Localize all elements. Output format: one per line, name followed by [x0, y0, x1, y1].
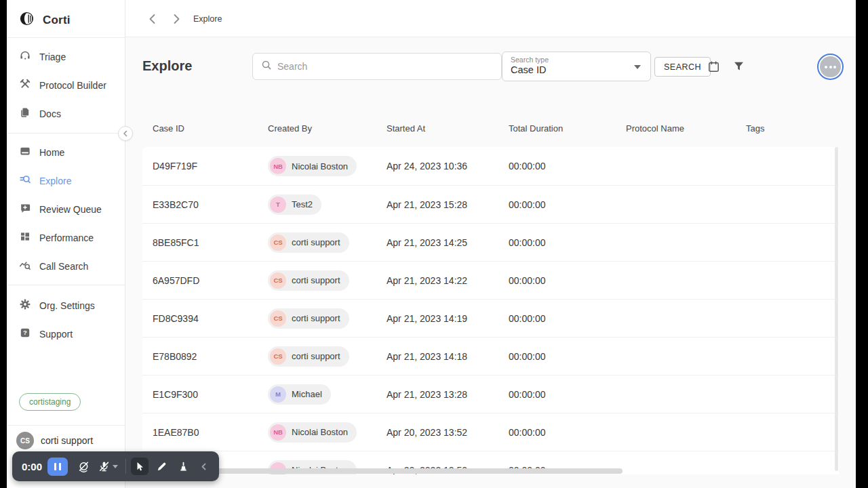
vertical-scrollbar[interactable]	[835, 147, 838, 471]
creator-name: corti support	[292, 351, 340, 361]
page-title: Explore	[142, 58, 192, 74]
created-by-cell: MMichael	[268, 384, 387, 405]
sidebar-item-label: Org. Settings	[39, 300, 95, 311]
avatar: M	[270, 386, 286, 403]
case-id-cell: 8BE85FC1	[153, 237, 268, 248]
support-icon: ?	[19, 327, 31, 342]
case-id-cell: 1EAE87B0	[153, 427, 268, 438]
created-by-cell: NBNicolai Boston	[268, 156, 387, 176]
sidebar-item-label: Explore	[39, 176, 71, 186]
calendar-icon[interactable]	[707, 60, 721, 74]
pen-tool-button[interactable]	[153, 458, 170, 475]
headset-icon	[19, 49, 31, 64]
table-row[interactable]: E1C9F300MMichaelApr 21, 2023 13:2800:00:…	[142, 375, 839, 413]
top-bar: Explore	[125, 0, 856, 37]
total-duration-cell: 00:00:00	[509, 161, 626, 171]
search-box[interactable]	[252, 53, 502, 80]
explore-icon	[19, 174, 31, 188]
sidebar: Corti TriageProtocol BuilderDocsHomeExpl…	[7, 0, 125, 488]
search-type-value: Case ID	[511, 64, 642, 75]
collapse-toolbar-icon[interactable]	[195, 458, 212, 475]
started-at-cell: Apr 20, 2023 13:52	[387, 427, 509, 438]
started-at-cell: Apr 21, 2023 15:28	[387, 199, 509, 210]
case-id-cell: E1C9F300	[153, 389, 268, 400]
camera-off-icon[interactable]	[75, 458, 92, 475]
creator-name: corti support	[292, 313, 340, 323]
search-type-select[interactable]: Search type Case ID	[502, 52, 651, 81]
search-input[interactable]	[277, 61, 493, 72]
sidebar-item-home[interactable]: Home	[19, 144, 64, 161]
table-row[interactable]: FD8C9394CScorti supportApr 21, 2023 14:1…	[142, 299, 839, 337]
case-id-cell: E33B2C70	[153, 199, 268, 210]
mic-options-caret[interactable]	[113, 465, 118, 468]
total-duration-cell: 00:00:00	[509, 389, 626, 400]
ellipsis-icon	[820, 56, 841, 77]
forward-arrow-icon[interactable]	[170, 12, 183, 26]
sidebar-item-label: Support	[39, 329, 73, 340]
table-row[interactable]: E78B0892CScorti supportApr 21, 2023 14:1…	[142, 337, 839, 375]
case-id-cell: 6A957DFD	[153, 275, 268, 286]
back-arrow-icon[interactable]	[146, 12, 159, 26]
sidebar-item-protocol-builder[interactable]: Protocol Builder	[19, 77, 106, 94]
sidebar-item-docs[interactable]: Docs	[19, 106, 61, 122]
created-by-cell: CScorti support	[268, 270, 387, 291]
creator-chip: CScorti support	[268, 232, 349, 253]
mic-off-icon[interactable]	[95, 458, 113, 475]
cursor-tool-button[interactable]	[131, 458, 149, 475]
sidebar-item-support[interactable]: ?Support	[19, 326, 73, 342]
sidebar-item-call-search[interactable]: Call Search	[19, 258, 88, 274]
sidebar-item-label: Review Queue	[39, 204, 102, 215]
table-body: D49F719FNBNicolai BostonApr 24, 2023 10:…	[142, 147, 839, 474]
home-icon	[19, 145, 31, 160]
total-duration-cell: 00:00:00	[509, 237, 626, 248]
pause-button[interactable]	[47, 458, 68, 476]
sidebar-collapse-button[interactable]	[118, 126, 133, 141]
review-icon	[19, 202, 31, 217]
avatar: T	[270, 197, 286, 213]
creator-name: corti support	[292, 237, 340, 247]
created-by-cell: CScorti support	[268, 232, 387, 253]
creator-chip: TTest2	[268, 195, 321, 215]
more-options-button[interactable]	[817, 54, 844, 80]
table-row[interactable]: 8BE85FC1CScorti supportApr 21, 2023 14:2…	[142, 223, 839, 261]
total-duration-cell: 00:00:00	[509, 427, 626, 438]
case-id-cell: E78B0892	[153, 351, 268, 362]
sidebar-item-explore[interactable]: Explore	[19, 173, 71, 189]
started-at-cell: Apr 21, 2023 14:25	[387, 237, 509, 248]
svg-text:?: ?	[23, 329, 27, 336]
created-by-cell: CScorti support	[268, 346, 387, 367]
table-row[interactable]: 6A957DFDCScorti supportApr 21, 2023 14:2…	[142, 261, 839, 299]
workspace-badge: cortistaging	[19, 393, 81, 411]
settings-icon	[19, 298, 31, 313]
creator-chip: MMichael	[268, 384, 331, 405]
eraser-tool-button[interactable]	[174, 458, 192, 475]
recorder-toolbar: 0:00	[12, 451, 219, 481]
breadcrumb: Explore	[193, 14, 222, 24]
sidebar-item-org-settings[interactable]: Org. Settings	[19, 298, 95, 314]
call-search-icon	[19, 259, 31, 274]
table-row[interactable]: E33B2C70TTest2Apr 21, 2023 15:2800:00:00	[142, 185, 839, 223]
creator-name: Nicolai Boston	[292, 161, 348, 171]
corti-logo-icon	[19, 10, 36, 30]
user-menu[interactable]: CS corti support	[16, 432, 93, 449]
avatar: CS	[16, 432, 34, 449]
case-id-cell: FD8C9394	[153, 313, 268, 324]
started-at-cell: Apr 24, 2023 10:36	[387, 161, 509, 171]
column-header: Case ID	[153, 123, 268, 134]
table-row[interactable]: D49F719FNBNicolai BostonApr 24, 2023 10:…	[142, 147, 839, 185]
filter-icon[interactable]	[733, 60, 747, 74]
sidebar-item-triage[interactable]: Triage	[19, 49, 66, 65]
creator-chip: CScorti support	[268, 270, 349, 291]
search-button[interactable]: SEARCH	[654, 57, 711, 77]
sidebar-item-label: Call Search	[39, 261, 88, 272]
recording-timer: 0:00	[22, 461, 42, 472]
total-duration-cell: 00:00:00	[509, 351, 626, 362]
sidebar-item-review-queue[interactable]: Review Queue	[19, 201, 102, 218]
docs-icon	[19, 106, 31, 121]
table-row[interactable]: 1EAE87B0NBNicolai BostonApr 20, 2023 13:…	[142, 413, 839, 451]
created-by-cell: NBNicolai Boston	[268, 422, 387, 443]
column-header: Started At	[387, 123, 509, 134]
sidebar-item-performance[interactable]: Performance	[19, 230, 94, 246]
user-name: corti support	[41, 435, 93, 446]
total-duration-cell: 00:00:00	[509, 313, 626, 324]
